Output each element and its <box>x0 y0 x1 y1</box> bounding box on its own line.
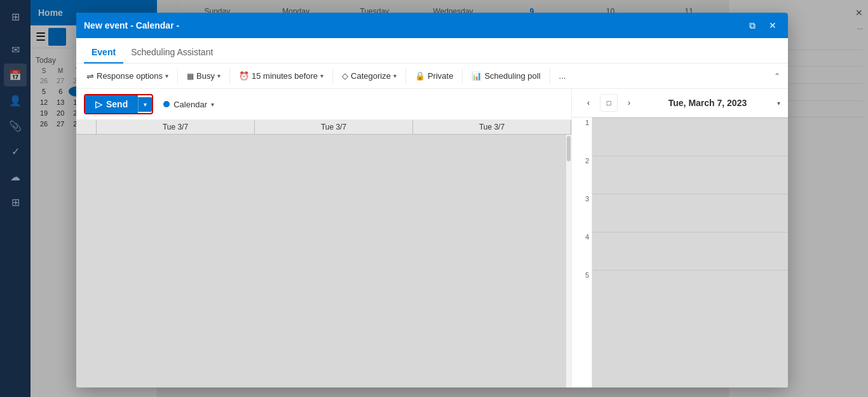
toolbar-collapse[interactable]: ⌃ <box>771 69 783 83</box>
toolbar-divider-6 <box>550 69 550 84</box>
modal-body: ▷ Send ▾ Calendar ▾ Tue 3/7 Tue 3/7 Tue … <box>76 89 788 387</box>
tab-scheduling[interactable]: Scheduling Assistant <box>123 42 220 64</box>
calendar-dropdown-icon: ▾ <box>211 101 214 108</box>
more-icon: ... <box>559 71 566 81</box>
time-slot-line-2 <box>592 156 788 194</box>
modal-toolbar: ⇌ Response options ▾ ▦ Busy ▾ ⏰ 15 minut… <box>76 64 788 89</box>
categorize-label: Categorize <box>351 71 391 81</box>
toolbar-divider-1 <box>177 69 178 84</box>
more-options-button[interactable]: ... <box>554 69 571 83</box>
modal-controls: ⧉ ✕ <box>745 18 780 33</box>
send-button[interactable]: ▷ Send <box>85 95 138 113</box>
modal-title: New event - Calendar - <box>84 20 179 30</box>
busy-button[interactable]: ▦ Busy ▾ <box>182 69 226 83</box>
send-icon: ▷ <box>95 99 102 109</box>
tab-event[interactable]: Event <box>84 42 123 64</box>
mini-cal-title: Tue, March 7, 2023 <box>668 98 747 108</box>
mini-time-grid <box>592 118 788 387</box>
mini-cal-header: ‹ □ › Tue, March 7, 2023 ▾ <box>572 89 788 118</box>
categorize-button[interactable]: ◇ Categorize ▾ <box>337 69 402 83</box>
mini-cal-today-btn[interactable]: □ <box>600 94 618 112</box>
toolbar-divider-5 <box>462 69 463 84</box>
busy-chevron: ▾ <box>217 72 220 79</box>
mini-cal-dropdown-icon[interactable]: ▾ <box>777 100 780 107</box>
send-button-group: ▷ Send ▾ <box>84 94 153 114</box>
modal-tabs: Event Scheduling Assistant <box>76 38 788 64</box>
new-event-modal: New event - Calendar - ⧉ ✕ Event Schedul… <box>76 13 788 387</box>
time-slot-line-1 <box>592 118 788 156</box>
grid-scroll-thumb <box>567 136 571 161</box>
modal-titlebar: New event - Calendar - ⧉ ✕ <box>76 13 788 38</box>
scheduling-poll-label: Scheduling poll <box>484 71 540 81</box>
reminder-button[interactable]: ⏰ 15 minutes before ▾ <box>234 69 329 83</box>
time-label-3: 3 <box>572 194 592 232</box>
grid-scrollbar[interactable] <box>566 135 571 387</box>
time-label-2: 2 <box>572 156 592 194</box>
scheduling-left-panel: ▷ Send ▾ Calendar ▾ Tue 3/7 Tue 3/7 Tue … <box>76 89 572 387</box>
scheduling-grid-body <box>76 135 571 387</box>
mini-cal-nav: ‹ □ › <box>580 94 638 112</box>
mini-cal-prev-btn[interactable]: ‹ <box>580 94 597 112</box>
grid-col-3: Tue 3/7 <box>413 120 571 134</box>
private-label: Private <box>428 71 453 81</box>
time-label-1: 1 <box>572 118 592 156</box>
private-icon: 🔒 <box>415 71 425 81</box>
categorize-icon: ◇ <box>342 71 348 81</box>
response-options-chevron: ▾ <box>165 72 168 79</box>
grid-header: Tue 3/7 Tue 3/7 Tue 3/7 <box>76 120 571 135</box>
scheduling-poll-button[interactable]: 📊 Scheduling poll <box>466 69 545 83</box>
response-options-label: Response options <box>97 71 163 81</box>
send-label: Send <box>106 99 128 109</box>
busy-icon: ▦ <box>187 72 194 81</box>
time-slot-line-3 <box>592 194 788 232</box>
grid-col-1: Tue 3/7 <box>97 120 255 134</box>
grid-fill <box>76 135 566 387</box>
calendar-selector[interactable]: Calendar ▾ <box>158 97 219 112</box>
time-label-5: 5 <box>572 270 592 308</box>
toolbar-divider-3 <box>332 69 333 84</box>
toolbar-divider-2 <box>229 69 230 84</box>
scheduling-poll-icon: 📊 <box>471 71 482 81</box>
time-slot-line-5 <box>592 270 788 308</box>
grid-time-col-header <box>76 120 97 134</box>
reminder-icon: ⏰ <box>239 71 249 81</box>
close-button[interactable]: ✕ <box>765 18 780 33</box>
response-options-button[interactable]: ⇌ Response options ▾ <box>81 69 173 84</box>
reminder-chevron: ▾ <box>320 72 323 79</box>
maximize-button[interactable]: ⧉ <box>745 18 760 33</box>
private-button[interactable]: 🔒 Private <box>410 69 458 83</box>
time-slot-line-4 <box>592 232 788 270</box>
busy-label: Busy <box>196 71 215 81</box>
send-area: ▷ Send ▾ Calendar ▾ <box>76 89 571 120</box>
time-label-4: 4 <box>572 232 592 270</box>
mini-cal-body: 1 2 3 4 5 <box>572 118 788 387</box>
response-options-icon: ⇌ <box>86 71 94 81</box>
mini-cal-next-btn[interactable]: › <box>620 94 638 112</box>
scheduling-right-panel: ‹ □ › Tue, March 7, 2023 ▾ 1 2 3 4 5 <box>572 89 788 387</box>
toolbar-divider-4 <box>405 69 406 84</box>
calendar-name-label: Calendar <box>173 100 207 109</box>
categorize-chevron: ▾ <box>393 72 397 79</box>
time-labels-col: 1 2 3 4 5 <box>572 118 592 387</box>
reminder-label: 15 minutes before <box>252 71 318 81</box>
send-dropdown-button[interactable]: ▾ <box>138 97 152 112</box>
today-icon: □ <box>607 99 611 107</box>
grid-col-2: Tue 3/7 <box>255 120 413 134</box>
calendar-color-dot <box>163 101 170 107</box>
